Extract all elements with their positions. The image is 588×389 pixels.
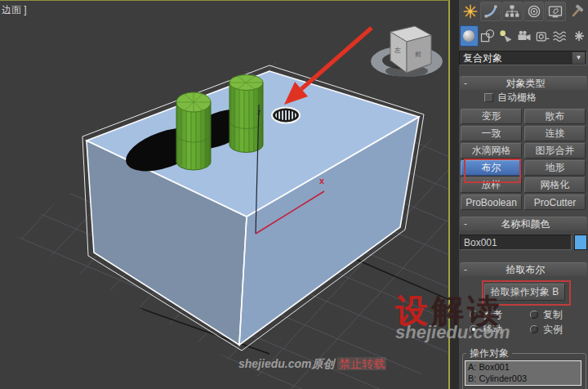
utilities-tab-icon[interactable] xyxy=(567,2,587,21)
proboolean-button[interactable]: ProBoolean xyxy=(461,194,522,210)
create-tab-icon[interactable] xyxy=(460,2,480,21)
cameras-icon[interactable] xyxy=(514,25,532,47)
create-categories xyxy=(460,25,588,47)
motion-tab-icon[interactable] xyxy=(523,2,544,21)
copy-radio[interactable] xyxy=(530,311,538,319)
operands-group-label: 操作对象 xyxy=(466,347,512,360)
systems-icon[interactable] xyxy=(570,25,588,47)
viewport-shading-label[interactable]: 边面 ] xyxy=(2,3,27,17)
rollout-title: 对象类型 xyxy=(475,77,576,91)
pick-operand-b-button[interactable]: 拾取操作对象 B xyxy=(484,284,565,301)
scatter-button[interactable]: 散布 xyxy=(524,109,586,124)
autogrid-row: 自动栅格 xyxy=(459,91,587,104)
operand-item-b[interactable]: B: Cylinder003 xyxy=(466,373,581,384)
command-panel-tabs xyxy=(460,2,587,23)
collapse-icon: - xyxy=(460,264,475,275)
subcategory-dropdown[interactable]: 复合对象 ▼ xyxy=(459,51,587,65)
x-axis-label: x xyxy=(319,176,325,186)
terrain-button[interactable]: 地形 xyxy=(524,160,586,176)
reference-radio[interactable] xyxy=(470,311,478,319)
perspective-viewport[interactable]: z x 左 前 边面 ] xyxy=(0,0,450,389)
reference-label: 参考 xyxy=(483,308,502,322)
shapemerge-button[interactable]: 图形合并 xyxy=(524,143,586,159)
rollout-title: 拾取布尔 xyxy=(475,263,576,277)
loft-button[interactable]: 放样 xyxy=(461,177,522,193)
chevron-down-icon[interactable]: ▼ xyxy=(572,51,586,65)
pick-boolean-rollout-header[interactable]: - 拾取布尔 xyxy=(460,262,587,276)
helpers-icon[interactable] xyxy=(533,25,551,47)
morph-button[interactable]: 变形 xyxy=(461,109,522,124)
collapse-icon: - xyxy=(460,78,475,89)
geometry-icon[interactable] xyxy=(460,25,479,47)
instance-label: 实例 xyxy=(543,323,563,337)
autogrid-checkbox[interactable] xyxy=(484,93,493,102)
collapse-icon: - xyxy=(460,218,475,230)
viewcube-left-label: 左 xyxy=(394,47,401,54)
shapes-icon[interactable] xyxy=(479,25,497,47)
operand-item-a[interactable]: A: Box001 xyxy=(466,361,581,373)
cylinder-left[interactable] xyxy=(176,92,211,170)
boolean-button[interactable]: 布尔 xyxy=(461,160,522,176)
instance-radio[interactable] xyxy=(530,325,538,333)
mesher-button[interactable]: 网格化 xyxy=(524,177,586,193)
command-panel: 复合对象 ▼ - 对象类型 自动栅格 变形 散布 一致 连接 水滴网格 图形合并… xyxy=(459,0,588,389)
blobmesh-button[interactable]: 水滴网格 xyxy=(461,143,522,159)
procutter-button[interactable]: ProCutter xyxy=(524,194,586,210)
viewport-panel-divider xyxy=(450,0,459,389)
object-type-rollout-header[interactable]: - 对象类型 xyxy=(460,76,587,90)
hierarchy-tab-icon[interactable] xyxy=(502,2,523,21)
dropdown-value: 复合对象 xyxy=(460,51,572,65)
move-label: 移动 xyxy=(483,323,502,337)
viewport-canvas[interactable]: z x 左 前 xyxy=(0,1,448,389)
object-type-buttons: 变形 散布 一致 连接 水滴网格 图形合并 布尔 地形 放样 网格化 ProBo… xyxy=(461,109,586,210)
object-color-swatch[interactable] xyxy=(574,235,587,250)
lights-icon[interactable] xyxy=(497,25,514,47)
clone-method-row-2: 移动 实例 xyxy=(459,323,587,336)
modify-tab-icon[interactable] xyxy=(480,2,501,21)
viewcube[interactable]: 左 前 xyxy=(371,26,443,77)
viewcube-front-label: 前 xyxy=(415,51,421,58)
name-color-rollout-header[interactable]: - 名称和颜色 xyxy=(460,217,587,230)
clone-method-row-1: 参考 复制 xyxy=(459,308,587,321)
object-name-field[interactable]: Box001 xyxy=(460,235,572,250)
rollout-title: 名称和颜色 xyxy=(475,217,576,231)
z-axis-label: z xyxy=(257,108,261,116)
connect-button[interactable]: 连接 xyxy=(524,126,586,141)
display-tab-icon[interactable] xyxy=(545,2,565,21)
copy-label: 复制 xyxy=(543,308,563,322)
space-warps-icon[interactable] xyxy=(551,25,569,47)
conform-button[interactable]: 一致 xyxy=(461,126,522,141)
operands-list[interactable]: A: Box001 B: Cylinder003 xyxy=(465,360,581,386)
boolean-hole xyxy=(272,107,300,123)
3dsmax-window: z x 左 前 边面 ] xyxy=(0,0,588,389)
move-radio[interactable] xyxy=(470,325,478,333)
autogrid-label: 自动栅格 xyxy=(497,91,537,105)
